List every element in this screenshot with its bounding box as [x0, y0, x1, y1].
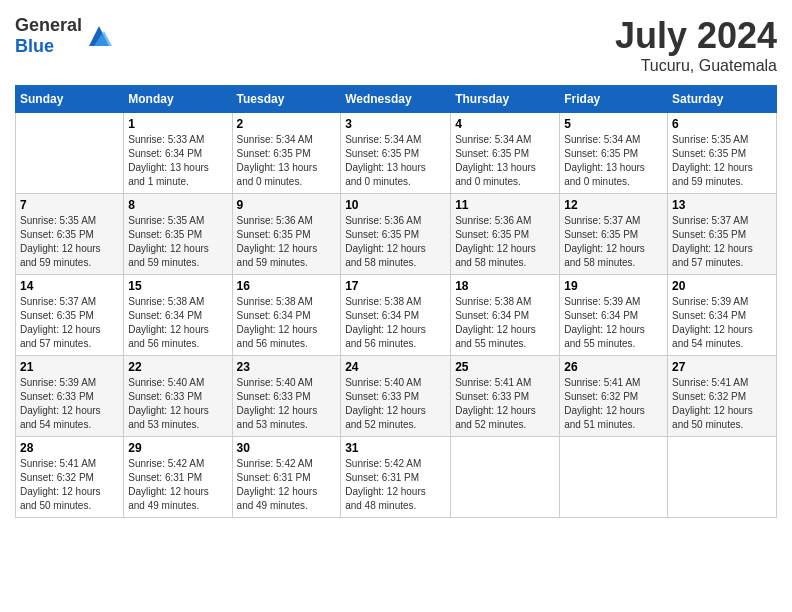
day-number: 28: [20, 441, 119, 455]
header-row: SundayMondayTuesdayWednesdayThursdayFrid…: [16, 86, 777, 113]
calendar-cell: 12Sunrise: 5:37 AM Sunset: 6:35 PM Dayli…: [560, 194, 668, 275]
calendar-cell: 29Sunrise: 5:42 AM Sunset: 6:31 PM Dayli…: [124, 437, 232, 518]
calendar-cell: 13Sunrise: 5:37 AM Sunset: 6:35 PM Dayli…: [668, 194, 777, 275]
logo-blue: Blue: [15, 36, 54, 56]
logo-general: General: [15, 15, 82, 35]
day-info: Sunrise: 5:41 AM Sunset: 6:33 PM Dayligh…: [455, 376, 555, 432]
day-info: Sunrise: 5:36 AM Sunset: 6:35 PM Dayligh…: [345, 214, 446, 270]
day-info: Sunrise: 5:38 AM Sunset: 6:34 PM Dayligh…: [345, 295, 446, 351]
day-info: Sunrise: 5:36 AM Sunset: 6:35 PM Dayligh…: [455, 214, 555, 270]
calendar-week-row: 14Sunrise: 5:37 AM Sunset: 6:35 PM Dayli…: [16, 275, 777, 356]
calendar-cell: 28Sunrise: 5:41 AM Sunset: 6:32 PM Dayli…: [16, 437, 124, 518]
calendar-cell: 11Sunrise: 5:36 AM Sunset: 6:35 PM Dayli…: [451, 194, 560, 275]
day-info: Sunrise: 5:37 AM Sunset: 6:35 PM Dayligh…: [672, 214, 772, 270]
day-number: 26: [564, 360, 663, 374]
calendar-cell: [451, 437, 560, 518]
header-day: Monday: [124, 86, 232, 113]
header-day: Friday: [560, 86, 668, 113]
day-info: Sunrise: 5:39 AM Sunset: 6:34 PM Dayligh…: [672, 295, 772, 351]
day-info: Sunrise: 5:33 AM Sunset: 6:34 PM Dayligh…: [128, 133, 227, 189]
header-day: Wednesday: [341, 86, 451, 113]
calendar-cell: 4Sunrise: 5:34 AM Sunset: 6:35 PM Daylig…: [451, 113, 560, 194]
day-info: Sunrise: 5:35 AM Sunset: 6:35 PM Dayligh…: [128, 214, 227, 270]
calendar-cell: 21Sunrise: 5:39 AM Sunset: 6:33 PM Dayli…: [16, 356, 124, 437]
day-info: Sunrise: 5:42 AM Sunset: 6:31 PM Dayligh…: [237, 457, 337, 513]
day-info: Sunrise: 5:38 AM Sunset: 6:34 PM Dayligh…: [455, 295, 555, 351]
day-number: 4: [455, 117, 555, 131]
calendar-week-row: 28Sunrise: 5:41 AM Sunset: 6:32 PM Dayli…: [16, 437, 777, 518]
day-number: 15: [128, 279, 227, 293]
day-number: 24: [345, 360, 446, 374]
calendar-cell: [560, 437, 668, 518]
day-info: Sunrise: 5:37 AM Sunset: 6:35 PM Dayligh…: [20, 295, 119, 351]
page-header: General Blue July 2024 Tucuru, Guatemala: [15, 15, 777, 75]
calendar-week-row: 21Sunrise: 5:39 AM Sunset: 6:33 PM Dayli…: [16, 356, 777, 437]
day-number: 3: [345, 117, 446, 131]
calendar-cell: 27Sunrise: 5:41 AM Sunset: 6:32 PM Dayli…: [668, 356, 777, 437]
day-number: 9: [237, 198, 337, 212]
day-number: 14: [20, 279, 119, 293]
day-info: Sunrise: 5:41 AM Sunset: 6:32 PM Dayligh…: [564, 376, 663, 432]
day-number: 6: [672, 117, 772, 131]
day-number: 10: [345, 198, 446, 212]
day-number: 11: [455, 198, 555, 212]
calendar-cell: 31Sunrise: 5:42 AM Sunset: 6:31 PM Dayli…: [341, 437, 451, 518]
day-info: Sunrise: 5:38 AM Sunset: 6:34 PM Dayligh…: [128, 295, 227, 351]
calendar-cell: 23Sunrise: 5:40 AM Sunset: 6:33 PM Dayli…: [232, 356, 341, 437]
header-day: Saturday: [668, 86, 777, 113]
day-info: Sunrise: 5:38 AM Sunset: 6:34 PM Dayligh…: [237, 295, 337, 351]
calendar-cell: 30Sunrise: 5:42 AM Sunset: 6:31 PM Dayli…: [232, 437, 341, 518]
day-number: 13: [672, 198, 772, 212]
title-block: July 2024 Tucuru, Guatemala: [615, 15, 777, 75]
day-info: Sunrise: 5:39 AM Sunset: 6:33 PM Dayligh…: [20, 376, 119, 432]
calendar-cell: 24Sunrise: 5:40 AM Sunset: 6:33 PM Dayli…: [341, 356, 451, 437]
calendar-cell: 6Sunrise: 5:35 AM Sunset: 6:35 PM Daylig…: [668, 113, 777, 194]
day-info: Sunrise: 5:40 AM Sunset: 6:33 PM Dayligh…: [128, 376, 227, 432]
month-title: July 2024: [615, 15, 777, 57]
day-number: 18: [455, 279, 555, 293]
day-number: 27: [672, 360, 772, 374]
calendar-cell: 25Sunrise: 5:41 AM Sunset: 6:33 PM Dayli…: [451, 356, 560, 437]
day-number: 7: [20, 198, 119, 212]
header-day: Thursday: [451, 86, 560, 113]
calendar-cell: 2Sunrise: 5:34 AM Sunset: 6:35 PM Daylig…: [232, 113, 341, 194]
day-info: Sunrise: 5:41 AM Sunset: 6:32 PM Dayligh…: [20, 457, 119, 513]
day-info: Sunrise: 5:35 AM Sunset: 6:35 PM Dayligh…: [20, 214, 119, 270]
day-number: 31: [345, 441, 446, 455]
day-number: 17: [345, 279, 446, 293]
location-subtitle: Tucuru, Guatemala: [615, 57, 777, 75]
day-number: 8: [128, 198, 227, 212]
logo: General Blue: [15, 15, 114, 57]
calendar-cell: 10Sunrise: 5:36 AM Sunset: 6:35 PM Dayli…: [341, 194, 451, 275]
calendar-week-row: 7Sunrise: 5:35 AM Sunset: 6:35 PM Daylig…: [16, 194, 777, 275]
day-number: 20: [672, 279, 772, 293]
day-number: 30: [237, 441, 337, 455]
calendar-cell: 8Sunrise: 5:35 AM Sunset: 6:35 PM Daylig…: [124, 194, 232, 275]
day-number: 21: [20, 360, 119, 374]
day-number: 1: [128, 117, 227, 131]
header-day: Tuesday: [232, 86, 341, 113]
calendar-cell: 9Sunrise: 5:36 AM Sunset: 6:35 PM Daylig…: [232, 194, 341, 275]
day-number: 12: [564, 198, 663, 212]
calendar-cell: 22Sunrise: 5:40 AM Sunset: 6:33 PM Dayli…: [124, 356, 232, 437]
calendar-cell: 18Sunrise: 5:38 AM Sunset: 6:34 PM Dayli…: [451, 275, 560, 356]
calendar-cell: 1Sunrise: 5:33 AM Sunset: 6:34 PM Daylig…: [124, 113, 232, 194]
calendar-cell: 3Sunrise: 5:34 AM Sunset: 6:35 PM Daylig…: [341, 113, 451, 194]
day-number: 22: [128, 360, 227, 374]
logo-text: General Blue: [15, 15, 82, 57]
day-info: Sunrise: 5:41 AM Sunset: 6:32 PM Dayligh…: [672, 376, 772, 432]
day-info: Sunrise: 5:42 AM Sunset: 6:31 PM Dayligh…: [345, 457, 446, 513]
day-number: 25: [455, 360, 555, 374]
day-info: Sunrise: 5:34 AM Sunset: 6:35 PM Dayligh…: [455, 133, 555, 189]
day-info: Sunrise: 5:34 AM Sunset: 6:35 PM Dayligh…: [564, 133, 663, 189]
day-number: 5: [564, 117, 663, 131]
calendar-cell: [16, 113, 124, 194]
calendar-cell: 7Sunrise: 5:35 AM Sunset: 6:35 PM Daylig…: [16, 194, 124, 275]
day-info: Sunrise: 5:35 AM Sunset: 6:35 PM Dayligh…: [672, 133, 772, 189]
calendar-cell: 20Sunrise: 5:39 AM Sunset: 6:34 PM Dayli…: [668, 275, 777, 356]
day-info: Sunrise: 5:40 AM Sunset: 6:33 PM Dayligh…: [345, 376, 446, 432]
calendar-cell: 26Sunrise: 5:41 AM Sunset: 6:32 PM Dayli…: [560, 356, 668, 437]
day-info: Sunrise: 5:42 AM Sunset: 6:31 PM Dayligh…: [128, 457, 227, 513]
calendar-cell: 14Sunrise: 5:37 AM Sunset: 6:35 PM Dayli…: [16, 275, 124, 356]
header-day: Sunday: [16, 86, 124, 113]
